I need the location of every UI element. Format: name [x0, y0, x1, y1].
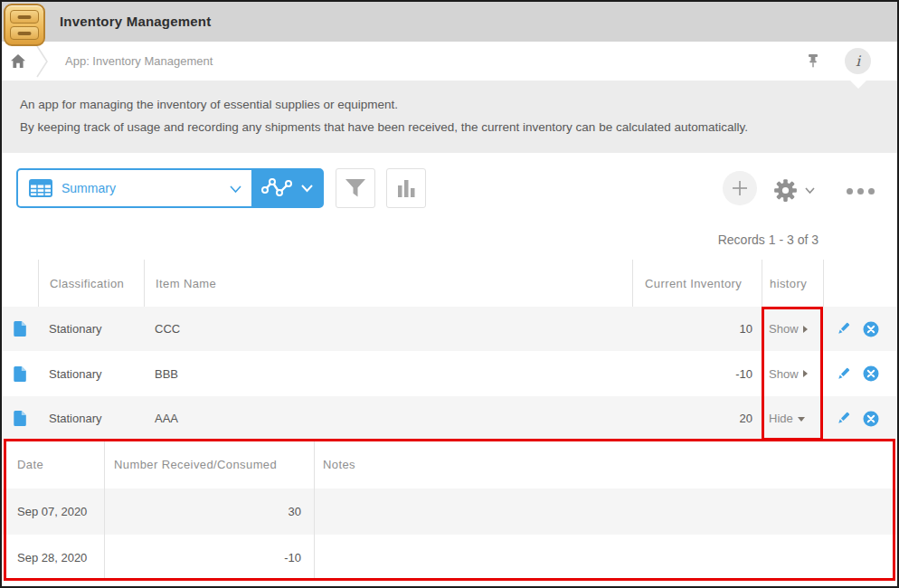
gear-icon — [773, 178, 798, 203]
table-row: Stationary CCC 10 Show — [2, 307, 897, 351]
classification-cell: Stationary — [38, 307, 144, 351]
home-icon[interactable] — [10, 53, 26, 69]
breadcrumb: App: Inventory Management i — [2, 42, 897, 81]
number-cell: 30 — [104, 488, 314, 535]
ellipsis-icon — [868, 188, 875, 194]
actions-cell — [823, 396, 897, 441]
header-spacer — [2, 260, 38, 307]
table-row: Stationary AAA 20 Hide — [2, 396, 897, 441]
title-bar: Inventory Management — [2, 2, 897, 42]
page-title: Inventory Management — [60, 2, 211, 42]
records-count: Records 1 - 3 of 3 — [718, 232, 819, 247]
app-window: Inventory Management App: Inventory Mana… — [0, 0, 899, 588]
table-header-row: Classification Item Name Current Invento… — [2, 260, 897, 307]
records-table: Classification Item Name Current Invento… — [2, 260, 897, 441]
edit-record-button[interactable] — [836, 366, 851, 382]
current-inventory-cell: 20 — [632, 396, 762, 441]
triangle-down-icon — [798, 417, 805, 422]
actions-cell — [823, 351, 897, 396]
line-chart-icon — [260, 176, 293, 200]
actions-cell — [823, 307, 897, 351]
header-notes: Notes — [314, 441, 897, 488]
funnel-icon — [344, 178, 367, 198]
classification-cell: Stationary — [38, 351, 144, 396]
info-tooltip-notch — [850, 81, 866, 89]
header-item-name[interactable]: Item Name — [144, 260, 632, 307]
chevron-down-icon — [301, 185, 313, 193]
number-cell: -10 — [104, 535, 314, 580]
notes-cell — [314, 535, 897, 580]
breadcrumb-app-link[interactable]: App: Inventory Management — [65, 42, 213, 81]
add-record-button[interactable] — [723, 171, 757, 205]
history-hide-toggle[interactable]: Hide — [769, 412, 805, 425]
edit-record-button[interactable] — [836, 321, 851, 337]
delete-record-button[interactable] — [863, 411, 879, 427]
history-toggle-label: Show — [769, 367, 799, 381]
item-name-cell: BBB — [144, 351, 632, 396]
bar-chart-icon — [396, 179, 417, 197]
header-classification[interactable]: Classification — [38, 260, 144, 307]
cabinet-drawer-top — [10, 10, 39, 24]
delete-record-button[interactable] — [863, 365, 879, 382]
more-options-button[interactable] — [839, 181, 881, 201]
graph-view-button[interactable] — [251, 170, 322, 206]
history-toggle-label: Show — [769, 322, 799, 336]
record-icon-cell — [2, 307, 38, 351]
chevron-down-icon — [230, 185, 241, 194]
app-description: An app for managing the inventory of ess… — [2, 81, 897, 153]
view-selector: Summary — [16, 168, 324, 208]
header-current-inventory[interactable]: Current Inventory — [632, 260, 762, 307]
aggregate-button[interactable] — [386, 168, 426, 208]
triangle-right-icon — [803, 370, 808, 377]
document-icon[interactable] — [14, 321, 26, 337]
subtable-row: Sep 07, 2020 30 — [2, 488, 897, 535]
history-cell: Show — [762, 351, 823, 396]
ellipsis-icon — [847, 188, 853, 194]
record-icon-cell — [2, 396, 38, 441]
date-cell: Sep 28, 2020 — [2, 535, 104, 580]
table-row: Stationary BBB -10 Show — [2, 351, 897, 396]
ellipsis-icon — [857, 188, 864, 194]
classification-cell: Stationary — [38, 396, 144, 441]
current-inventory-cell: 10 — [632, 307, 762, 351]
description-line-1: An app for managing the inventory of ess… — [20, 98, 398, 111]
history-subtable: Date Number Received/Consumed Notes Sep … — [2, 441, 897, 580]
header-number: Number Received/Consumed — [104, 441, 314, 488]
app-cabinet-icon[interactable] — [4, 4, 45, 46]
description-line-2: By keeping track of usage and recording … — [20, 120, 748, 134]
history-toggle-label: Hide — [769, 412, 793, 425]
item-name-cell: AAA — [144, 396, 632, 441]
header-history[interactable]: history — [762, 260, 823, 307]
date-cell: Sep 07, 2020 — [2, 488, 104, 535]
cabinet-drawer-bottom — [10, 26, 39, 40]
current-inventory-cell: -10 — [632, 351, 762, 396]
view-dropdown[interactable]: Summary — [18, 170, 251, 206]
view-name: Summary — [62, 181, 116, 195]
table-grid-icon — [29, 179, 52, 197]
subtable-header-row: Date Number Received/Consumed Notes — [2, 441, 897, 488]
plus-icon — [730, 178, 750, 198]
chevron-down-icon — [805, 187, 815, 194]
header-date: Date — [2, 441, 104, 488]
history-cell: Show — [762, 307, 823, 351]
filter-button[interactable] — [336, 168, 375, 208]
header-actions — [823, 260, 897, 307]
settings-button[interactable] — [773, 178, 815, 203]
document-icon[interactable] — [14, 411, 26, 426]
chevron-right-icon — [36, 45, 49, 78]
delete-record-button[interactable] — [863, 321, 879, 337]
history-show-toggle[interactable]: Show — [769, 367, 808, 381]
info-button[interactable]: i — [845, 48, 871, 74]
subtable-row: Sep 28, 2020 -10 — [2, 535, 897, 580]
history-show-toggle[interactable]: Show — [769, 322, 808, 336]
pin-icon[interactable] — [806, 53, 820, 68]
document-icon[interactable] — [14, 366, 26, 382]
triangle-right-icon — [803, 326, 808, 333]
item-name-cell: CCC — [144, 307, 632, 351]
edit-record-button[interactable] — [836, 411, 851, 426]
info-icon: i — [856, 52, 860, 70]
record-icon-cell — [2, 351, 38, 396]
notes-cell — [314, 488, 897, 535]
history-cell: Hide — [762, 396, 823, 441]
